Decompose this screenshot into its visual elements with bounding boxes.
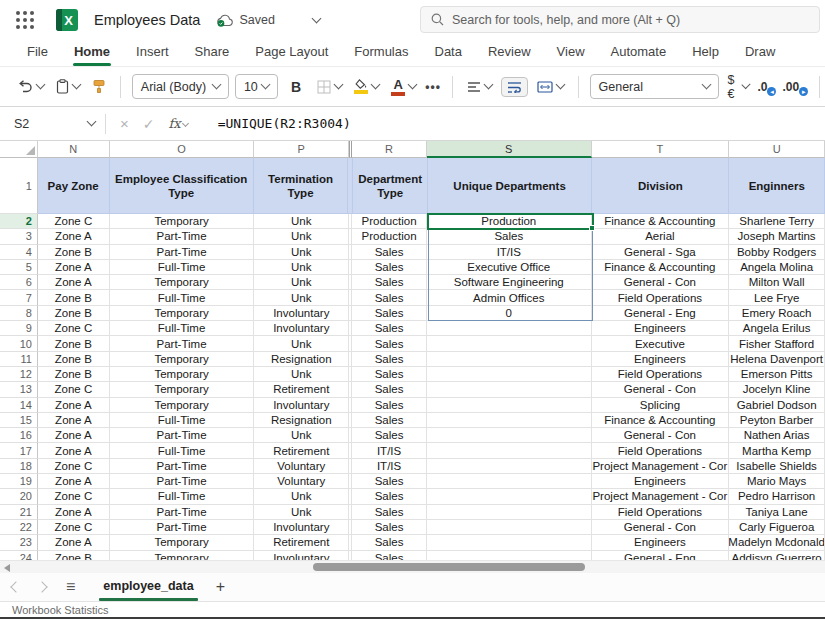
cell-T4[interactable]: General - Sga <box>592 245 730 260</box>
cell-N8[interactable]: Zone B <box>38 306 110 321</box>
cell-R22[interactable]: Sales <box>352 520 427 535</box>
cell-O12[interactable]: Temporary <box>110 367 255 382</box>
cell-P4[interactable]: Unk <box>254 245 349 260</box>
formula-input[interactable]: =UNIQUE(R2:R3004) <box>218 116 351 131</box>
cell-U13[interactable]: Jocelyn Kline <box>729 382 825 397</box>
cell-O18[interactable]: Part-Time <box>110 459 255 474</box>
menu-item-insert[interactable]: Insert <box>123 40 182 66</box>
horizontal-scrollbar[interactable] <box>0 560 825 573</box>
cell-P6[interactable]: Unk <box>254 275 349 290</box>
enter-button[interactable]: ✓ <box>143 116 155 132</box>
cell-N2[interactable]: Zone C <box>38 214 110 229</box>
cell-S5[interactable]: Executive Office <box>427 260 592 275</box>
row-number-7[interactable]: 7 <box>0 290 38 305</box>
cell-U24[interactable]: Addisyn Guerrero <box>729 551 825 560</box>
cell-U8[interactable]: Emery Roach <box>729 306 825 321</box>
row-number-11[interactable]: 11 <box>0 352 38 367</box>
cell-T18[interactable]: Project Management - Cor <box>592 459 730 474</box>
cell-P24[interactable]: Involuntary <box>254 551 349 560</box>
column-header-S[interactable]: S <box>427 141 592 158</box>
cell-N12[interactable]: Zone B <box>38 367 110 382</box>
cell-N9[interactable]: Zone C <box>38 321 110 336</box>
column-header-P[interactable]: P <box>254 141 349 158</box>
cell-T17[interactable]: Field Operations <box>592 443 730 458</box>
row-number-14[interactable]: 14 <box>0 398 38 413</box>
cell-S22[interactable] <box>427 520 592 535</box>
cell-T21[interactable]: Field Operations <box>592 505 730 520</box>
cell-N16[interactable]: Zone A <box>38 428 110 443</box>
cell-R24[interactable]: Sales <box>352 551 427 560</box>
app-launcher-icon[interactable] <box>16 11 34 29</box>
cell-P3[interactable]: Unk <box>254 229 349 244</box>
cell-P13[interactable]: Retirement <box>254 382 349 397</box>
row-number-8[interactable]: 8 <box>0 306 38 321</box>
row-number-22[interactable]: 22 <box>0 520 38 535</box>
cell-N24[interactable]: Zone B <box>38 551 110 560</box>
cell-N23[interactable]: Zone A <box>38 535 110 550</box>
prev-sheet-icon[interactable] <box>10 581 21 592</box>
cell-U11[interactable]: Helena Davenport <box>729 352 825 367</box>
cell-O8[interactable]: Temporary <box>110 306 255 321</box>
row-number-21[interactable]: 21 <box>0 505 38 520</box>
row-number-24[interactable]: 24 <box>0 551 38 560</box>
cell-S15[interactable] <box>427 413 592 428</box>
cell-S4[interactable]: IT/IS <box>427 245 592 260</box>
row-number-10[interactable]: 10 <box>0 336 38 351</box>
row-number-13[interactable]: 13 <box>0 382 38 397</box>
cell-S18[interactable] <box>427 459 592 474</box>
menu-item-page-layout[interactable]: Page Layout <box>242 40 341 66</box>
row-number-4[interactable]: 4 <box>0 245 38 260</box>
cell-N6[interactable]: Zone A <box>38 275 110 290</box>
cell-N14[interactable]: Zone A <box>38 398 110 413</box>
cell-S12[interactable] <box>427 367 592 382</box>
column-header-T[interactable]: T <box>592 141 730 158</box>
cell-P2[interactable]: Unk <box>254 214 349 229</box>
cell-R19[interactable]: Sales <box>352 474 427 489</box>
row-number-17[interactable]: 17 <box>0 443 38 458</box>
cell-O22[interactable]: Part-Time <box>110 520 255 535</box>
cell-T16[interactable]: General - Con <box>592 428 730 443</box>
row-number-9[interactable]: 9 <box>0 321 38 336</box>
cell-N10[interactable]: Zone B <box>38 336 110 351</box>
cell-T8[interactable]: General - Eng <box>592 306 730 321</box>
cell-U7[interactable]: Lee Frye <box>729 290 825 305</box>
cell-O2[interactable]: Temporary <box>110 214 255 229</box>
cell-S16[interactable] <box>427 428 592 443</box>
cell-T12[interactable]: Field Operations <box>592 367 730 382</box>
cell-S23[interactable] <box>427 535 592 550</box>
increase-decimal-button[interactable]: .0 ◂ <box>757 80 776 94</box>
cell-T11[interactable]: Engineers <box>592 352 730 367</box>
cell-O14[interactable]: Temporary <box>110 398 255 413</box>
number-format-select[interactable]: General <box>590 74 719 99</box>
cell-P17[interactable]: Retirement <box>254 443 349 458</box>
decrease-decimal-button[interactable]: .00 ▸ <box>782 80 808 94</box>
cell-P20[interactable]: Unk <box>254 489 349 504</box>
row-number-1[interactable]: 1 <box>0 158 38 214</box>
cell-N19[interactable]: Zone A <box>38 474 110 489</box>
cell-R4[interactable]: Sales <box>352 245 427 260</box>
scroll-left-arrow-icon[interactable] <box>4 564 10 572</box>
header-cell-U1[interactable]: Enginners <box>729 158 825 214</box>
cell-P12[interactable]: Unk <box>254 367 349 382</box>
cell-O9[interactable]: Full-Time <box>110 321 255 336</box>
row-number-5[interactable]: 5 <box>0 260 38 275</box>
cell-O21[interactable]: Part-Time <box>110 505 255 520</box>
select-all-corner[interactable] <box>0 141 38 158</box>
cell-T24[interactable]: General - Eng <box>592 551 730 560</box>
name-box[interactable]: S2 <box>0 117 105 131</box>
cell-O16[interactable]: Part-Time <box>110 428 255 443</box>
font-size-select[interactable]: 10 <box>235 74 278 99</box>
menu-item-formulas[interactable]: Formulas <box>341 40 421 66</box>
cell-S7[interactable]: Admin Offices <box>427 290 592 305</box>
search-input[interactable]: Search for tools, help, and more (Alt + … <box>420 6 820 33</box>
cell-R7[interactable]: Sales <box>352 290 427 305</box>
cell-O24[interactable]: Temporary <box>110 551 255 560</box>
cell-O23[interactable]: Temporary <box>110 535 255 550</box>
cell-R3[interactable]: Production <box>352 229 427 244</box>
cell-N21[interactable]: Zone A <box>38 505 110 520</box>
cell-T10[interactable]: Executive <box>592 336 730 351</box>
cell-S2[interactable]: Production <box>427 214 592 229</box>
row-number-3[interactable]: 3 <box>0 229 38 244</box>
cell-S17[interactable] <box>427 443 592 458</box>
cell-N13[interactable]: Zone C <box>38 382 110 397</box>
